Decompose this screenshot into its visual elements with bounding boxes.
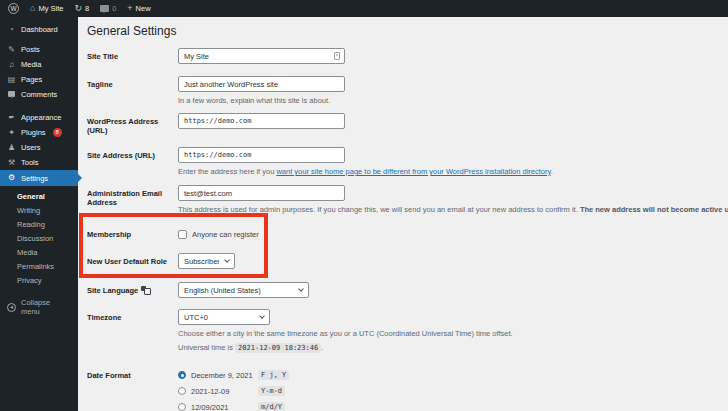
sidebar-item-label: Plugins bbox=[21, 128, 46, 137]
field-row-site-language: Site Language English (United States) bbox=[87, 282, 728, 298]
tagline-help: In a few words, explain what this site i… bbox=[178, 96, 728, 105]
tools-icon: ⚒ bbox=[7, 159, 16, 167]
home-icon: ⌂ bbox=[30, 4, 35, 13]
submenu-item-privacy[interactable]: Privacy bbox=[0, 274, 78, 288]
universal-time-value: 2021-12-09 18:23:46 bbox=[235, 343, 321, 353]
submenu-item-permalinks[interactable]: Permalinks bbox=[0, 260, 78, 274]
collapse-arrow-icon: ◄ bbox=[7, 303, 16, 312]
date-format-code: m/d/Y bbox=[258, 402, 285, 411]
site-address-help-link[interactable]: want your site home page to be different… bbox=[276, 167, 550, 176]
new-content-menu[interactable]: + New bbox=[127, 4, 150, 13]
media-icon: ♫ bbox=[7, 61, 16, 69]
site-language-select[interactable]: English (United States) bbox=[178, 282, 309, 298]
date-format-radio[interactable] bbox=[178, 371, 186, 379]
sidebar-item-dashboard[interactable]: ◔ Dashboard bbox=[0, 22, 78, 37]
submenu-item-reading[interactable]: Reading bbox=[0, 218, 78, 232]
plus-icon: + bbox=[127, 4, 132, 13]
wordpress-address-input[interactable] bbox=[178, 113, 345, 129]
collapse-menu-label: Collapse menu bbox=[21, 298, 71, 316]
sidebar-item-pages[interactable]: ▤ Pages bbox=[0, 72, 78, 87]
comments-icon bbox=[7, 91, 16, 99]
field-row-default-role: New User Default Role Subscriber bbox=[87, 253, 728, 269]
sidebar-item-label: Tools bbox=[21, 158, 39, 167]
date-format-radio[interactable] bbox=[178, 387, 186, 395]
chevron-down-icon bbox=[298, 286, 304, 292]
chevron-down-icon bbox=[259, 313, 265, 319]
sidebar-item-users[interactable]: ♟ Users bbox=[0, 140, 78, 155]
date-format-radio[interactable] bbox=[178, 403, 186, 411]
my-site-label: My Site bbox=[38, 4, 63, 13]
settings-icon: ⚙ bbox=[7, 174, 16, 182]
date-format-option: 12/09/2021 m/d/Y bbox=[178, 399, 728, 411]
submenu-item-discussion[interactable]: Discussion bbox=[0, 232, 78, 246]
posts-icon: ✎ bbox=[7, 46, 16, 54]
wordpress-address-label: WordPress Address (URL) bbox=[87, 113, 178, 135]
settings-page: General Settings Site Title Tagline In a… bbox=[78, 17, 728, 411]
update-icon: ↻ bbox=[74, 4, 82, 13]
pages-icon: ▤ bbox=[7, 76, 16, 84]
admin-sidebar: ◔ Dashboard ✎ Posts ♫ Media ▤ Pages Comm… bbox=[0, 17, 78, 411]
updates-count: 8 bbox=[85, 4, 89, 13]
field-row-tagline: Tagline In a few words, explain what thi… bbox=[87, 76, 728, 105]
date-format-option-label: 2021-12-09 bbox=[191, 387, 253, 396]
timezone-select[interactable]: UTC+0 bbox=[178, 309, 270, 325]
date-format-label: Date Format bbox=[87, 367, 178, 380]
sidebar-item-comments[interactable]: Comments bbox=[0, 87, 78, 102]
sidebar-item-plugins[interactable]: ✦ Plugins 8 bbox=[0, 125, 78, 140]
field-row-timezone: Timezone UTC+0 Choose either a city in t… bbox=[87, 309, 728, 352]
admin-email-help: This address is used for admin purposes.… bbox=[178, 205, 728, 214]
comments-menu[interactable]: 0 bbox=[100, 4, 116, 13]
my-site-menu[interactable]: ⌂ My Site bbox=[30, 4, 63, 13]
date-format-option-label: December 9, 2021 bbox=[191, 371, 253, 380]
sidebar-item-label: Users bbox=[21, 143, 41, 152]
tagline-label: Tagline bbox=[87, 76, 178, 89]
admin-bar: W ⌂ My Site ↻ 8 0 + New bbox=[0, 0, 728, 17]
default-role-label: New User Default Role bbox=[87, 253, 178, 266]
updates-menu[interactable]: ↻ 8 bbox=[74, 4, 89, 13]
date-format-option-label: 12/09/2021 bbox=[191, 403, 253, 411]
wordpress-logo-icon: W bbox=[8, 3, 19, 14]
admin-email-input[interactable] bbox=[178, 185, 345, 201]
sidebar-item-tools[interactable]: ⚒ Tools bbox=[0, 155, 78, 170]
field-row-date-format: Date Format December 9, 2021 F j, Y 2021… bbox=[87, 367, 728, 411]
anyone-can-register-checkbox[interactable] bbox=[178, 230, 187, 239]
sidebar-item-label: Comments bbox=[21, 90, 57, 99]
sidebar-item-label: Posts bbox=[21, 45, 40, 54]
default-role-select[interactable]: Subscriber bbox=[178, 253, 235, 269]
settings-submenu: General Writing Reading Discussion Media… bbox=[0, 186, 78, 288]
submenu-item-writing[interactable]: Writing bbox=[0, 204, 78, 218]
translation-icon bbox=[141, 286, 151, 295]
site-title-input[interactable] bbox=[178, 48, 345, 64]
appearance-icon: ✒ bbox=[7, 114, 16, 122]
wordpress-logo-menu[interactable]: W bbox=[8, 3, 19, 14]
date-format-code: F j, Y bbox=[258, 370, 289, 380]
comments-bubble-icon bbox=[100, 5, 109, 12]
sidebar-item-label: Dashboard bbox=[21, 25, 58, 34]
autofill-icon[interactable] bbox=[334, 52, 340, 60]
submenu-item-media[interactable]: Media bbox=[0, 246, 78, 260]
tagline-input[interactable] bbox=[178, 76, 345, 92]
field-row-admin-email: Administration Email Address This addres… bbox=[87, 185, 728, 214]
date-format-option: 2021-12-09 Y-m-d bbox=[178, 383, 728, 399]
site-address-input[interactable] bbox=[178, 147, 345, 163]
sidebar-item-label: Media bbox=[21, 60, 41, 69]
field-row-wordpress-address: WordPress Address (URL) bbox=[87, 113, 728, 135]
site-address-label: Site Address (URL) bbox=[87, 147, 178, 160]
sidebar-item-label: Pages bbox=[21, 75, 42, 84]
field-row-site-title: Site Title bbox=[87, 48, 728, 64]
collapse-menu-button[interactable]: ◄ Collapse menu bbox=[0, 298, 78, 316]
plugins-update-badge: 8 bbox=[53, 128, 62, 137]
sidebar-item-posts[interactable]: ✎ Posts bbox=[0, 42, 78, 57]
site-title-label: Site Title bbox=[87, 48, 178, 61]
new-label: New bbox=[136, 4, 151, 13]
site-language-label: Site Language bbox=[87, 282, 178, 295]
submenu-item-general[interactable]: General bbox=[0, 190, 78, 204]
field-row-site-address: Site Address (URL) Enter the address her… bbox=[87, 147, 728, 176]
sidebar-item-settings[interactable]: ⚙ Settings bbox=[0, 170, 78, 186]
field-row-membership: Membership Anyone can register bbox=[87, 228, 728, 239]
sidebar-item-appearance[interactable]: ✒ Appearance bbox=[0, 110, 78, 125]
dashboard-icon: ◔ bbox=[7, 26, 16, 34]
date-format-code: Y-m-d bbox=[258, 386, 285, 396]
anyone-can-register-label: Anyone can register bbox=[192, 230, 259, 239]
sidebar-item-media[interactable]: ♫ Media bbox=[0, 57, 78, 72]
